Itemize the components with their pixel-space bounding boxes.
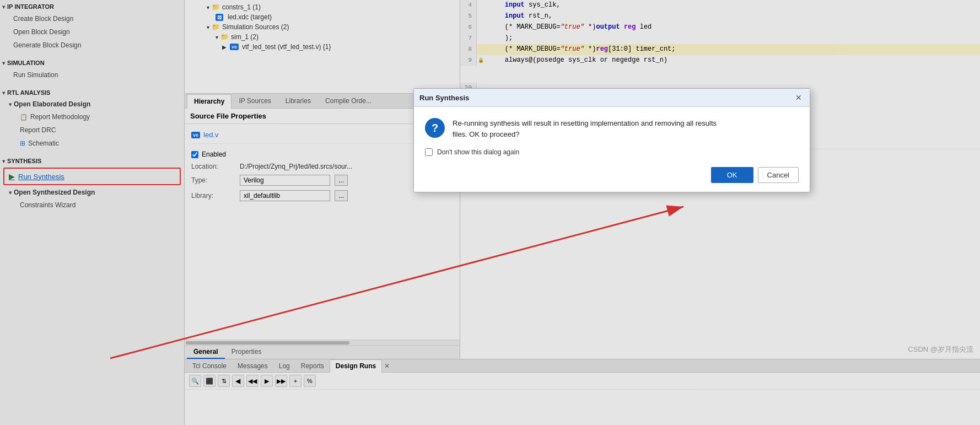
- dialog-overlay[interactable]: Run Synthesis ✕ ? Re-running synthesis w…: [0, 0, 980, 425]
- dialog-title: Run Synthesis: [419, 94, 469, 102]
- dont-show-checkbox[interactable]: [425, 148, 433, 156]
- dialog-buttons: OK Cancel: [425, 167, 799, 183]
- dialog-body: ? Re-running synthesis will result in re…: [414, 107, 810, 192]
- dialog-checkbox-row: Don't show this dialog again: [425, 148, 799, 156]
- dialog-question-icon: ?: [425, 118, 445, 138]
- dialog-cancel-button[interactable]: Cancel: [758, 167, 799, 183]
- run-synthesis-dialog: Run Synthesis ✕ ? Re-running synthesis w…: [413, 88, 810, 192]
- dialog-title-bar: Run Synthesis ✕: [414, 89, 810, 107]
- dialog-message-text: Re-running synthesis will result in rese…: [453, 118, 717, 139]
- dialog-close-button[interactable]: ✕: [793, 92, 804, 103]
- dialog-ok-button[interactable]: OK: [711, 167, 753, 183]
- dialog-message-row: ? Re-running synthesis will result in re…: [425, 118, 799, 139]
- dont-show-label: Don't show this dialog again: [437, 148, 519, 156]
